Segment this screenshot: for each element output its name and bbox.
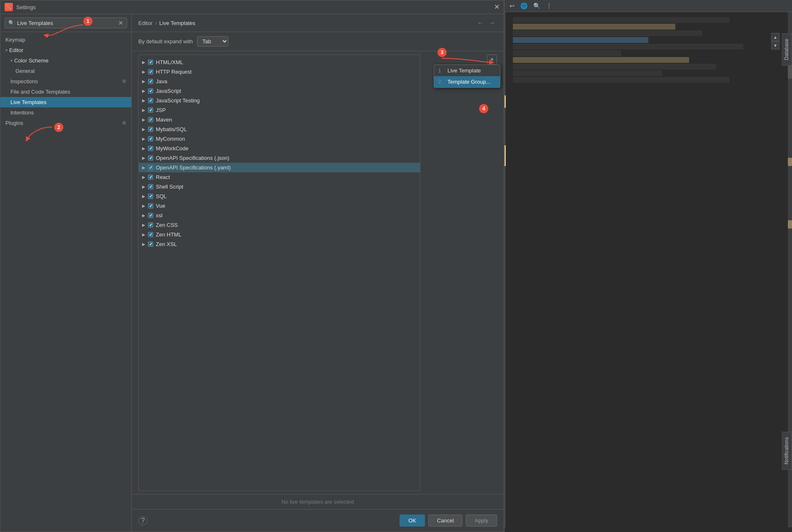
group-javascript[interactable]: ▶ JavaScript bbox=[139, 86, 420, 96]
group-shell[interactable]: ▶ Shell Script bbox=[139, 182, 420, 191]
checkbox-zen-xsl[interactable] bbox=[148, 241, 153, 247]
group-xsl[interactable]: ▶ xsl bbox=[139, 211, 420, 220]
group-name-sql: SQL bbox=[156, 193, 167, 199]
ok-button[interactable]: OK bbox=[400, 515, 425, 527]
search-input[interactable] bbox=[17, 20, 118, 26]
sidebar-item-file-code-templates[interactable]: File and Code Templates bbox=[0, 87, 131, 97]
scrollbar-highlight bbox=[788, 158, 792, 166]
sidebar: 🔍 ✕ Keymap ▾ Editor ▾ Color Scheme bbox=[0, 14, 132, 532]
group-name-http-request: HTTP Request bbox=[156, 69, 192, 75]
group-arrow: ▶ bbox=[142, 70, 145, 74]
context-menu: 1 Live Template 2 Template Group... bbox=[434, 65, 500, 88]
checkbox-vue[interactable] bbox=[148, 203, 153, 209]
add-button[interactable]: + bbox=[487, 55, 497, 65]
search-wrapper: 🔍 ✕ bbox=[5, 17, 127, 28]
group-arrow: ▶ bbox=[142, 79, 145, 84]
group-openapi-json[interactable]: ▶ OpenAPI Specifications (.json) bbox=[139, 153, 420, 163]
database-tab[interactable]: Database bbox=[782, 33, 792, 65]
checkbox-java[interactable] bbox=[148, 79, 153, 84]
scroll-up-button[interactable]: ▲ bbox=[771, 33, 780, 41]
group-maven[interactable]: ▶ Maven bbox=[139, 115, 420, 124]
checkbox-mycommon[interactable] bbox=[148, 136, 153, 142]
checkbox-xsl[interactable] bbox=[148, 213, 153, 218]
checkbox-sql[interactable] bbox=[148, 194, 153, 199]
color-scheme-arrow: ▾ bbox=[10, 58, 12, 63]
expand-select[interactable]: Tab Space Enter bbox=[197, 36, 228, 47]
group-jsp[interactable]: ▶ JSP bbox=[139, 105, 420, 115]
sidebar-item-keymap[interactable]: Keymap bbox=[0, 35, 131, 45]
translate-btn[interactable]: 🌐 bbox=[519, 2, 529, 10]
nav-arrows: ← → bbox=[475, 18, 497, 27]
checkbox-mybatis[interactable] bbox=[148, 127, 153, 132]
group-vue[interactable]: ▶ Vue bbox=[139, 201, 420, 211]
yellow-indicator bbox=[505, 95, 506, 108]
group-react[interactable]: ▶ React bbox=[139, 172, 420, 182]
sidebar-item-color-scheme[interactable]: ▾ Color Scheme bbox=[0, 55, 131, 66]
checkbox-openapi-json[interactable] bbox=[148, 155, 153, 161]
left-indicator bbox=[505, 12, 506, 527]
checkbox-shell[interactable] bbox=[148, 184, 153, 189]
cancel-button[interactable]: Cancel bbox=[428, 515, 462, 527]
sidebar-item-live-templates[interactable]: Live Templates bbox=[0, 97, 131, 107]
scroll-down-button[interactable]: ▼ bbox=[771, 41, 780, 50]
sidebar-item-general[interactable]: General bbox=[0, 66, 131, 76]
group-name-zen-css: Zen CSS bbox=[156, 222, 178, 228]
group-zen-xsl[interactable]: ▶ Zen XSL bbox=[139, 239, 420, 249]
clear-icon[interactable]: ✕ bbox=[118, 20, 123, 26]
group-zen-html[interactable]: ▶ Zen HTML bbox=[139, 230, 420, 239]
checkbox-myworkcode[interactable] bbox=[148, 146, 153, 151]
sidebar-item-intentions[interactable]: Intentions bbox=[0, 107, 131, 118]
menu-item-template-group[interactable]: 2 Template Group... bbox=[434, 76, 500, 87]
group-mybatis[interactable]: ▶ Mybatis/SQL bbox=[139, 124, 420, 134]
notifications-tab[interactable]: Notifications bbox=[782, 432, 792, 470]
group-arrow: ▶ bbox=[142, 60, 145, 65]
more-btn[interactable]: ⋮ bbox=[545, 2, 554, 10]
editor-arrow: ▾ bbox=[5, 48, 7, 52]
checkbox-javascript[interactable] bbox=[148, 88, 153, 94]
code-line bbox=[513, 50, 621, 56]
menu-item-live-template[interactable]: 1 Live Template bbox=[434, 65, 500, 76]
close-button[interactable]: ✕ bbox=[494, 4, 500, 10]
sidebar-item-inspections[interactable]: Inspections ⚙ bbox=[0, 76, 131, 87]
list-scroll-buttons: ▲ ▼ bbox=[771, 33, 780, 50]
scrollbar-highlight-2 bbox=[788, 220, 792, 229]
group-name-zen-xsl: Zen XSL bbox=[156, 241, 177, 247]
breadcrumb-current: Live Templates bbox=[159, 20, 195, 26]
search-toolbar-btn[interactable]: 🔍 bbox=[532, 2, 542, 10]
help-button[interactable]: ? bbox=[138, 516, 147, 525]
checkbox-html-xml[interactable] bbox=[148, 60, 153, 65]
content-area: 🔍 ✕ Keymap ▾ Editor ▾ Color Scheme bbox=[0, 14, 504, 532]
group-html-xml[interactable]: ▶ HTML/XML bbox=[139, 57, 420, 67]
checkbox-zen-css[interactable] bbox=[148, 222, 153, 228]
group-java[interactable]: ▶ Java bbox=[139, 77, 420, 86]
general-label: General bbox=[15, 68, 35, 74]
group-sql[interactable]: ▶ SQL bbox=[139, 191, 420, 201]
checkbox-react[interactable] bbox=[148, 174, 153, 180]
sidebar-item-editor[interactable]: ▾ Editor bbox=[0, 45, 131, 55]
group-javascript-testing[interactable]: ▶ JavaScript Testing bbox=[139, 96, 420, 105]
undo-toolbar-btn[interactable]: ↩ bbox=[508, 2, 516, 10]
group-name-mycommon: MyCommon bbox=[156, 136, 185, 142]
forward-button[interactable]: → bbox=[487, 18, 497, 27]
menu-num-1: 1 bbox=[438, 68, 444, 74]
group-myworkcode[interactable]: ▶ MyWorkCode bbox=[139, 144, 420, 153]
group-http-request[interactable]: ▶ HTTP Request bbox=[139, 67, 420, 77]
group-zen-css[interactable]: ▶ Zen CSS bbox=[139, 220, 420, 230]
apply-button[interactable]: Apply bbox=[466, 515, 497, 527]
back-button[interactable]: ← bbox=[475, 18, 485, 27]
intentions-label: Intentions bbox=[10, 109, 34, 116]
group-mycommon[interactable]: ▶ MyCommon bbox=[139, 134, 420, 144]
checkbox-jsp[interactable] bbox=[148, 107, 153, 113]
inspections-badge: ⚙ bbox=[122, 79, 126, 84]
checkbox-openapi-yaml[interactable] bbox=[148, 165, 153, 170]
checkbox-javascript-testing[interactable] bbox=[148, 98, 153, 103]
sidebar-item-plugins[interactable]: Plugins ⚙ bbox=[0, 118, 131, 128]
checkbox-http-request[interactable] bbox=[148, 69, 153, 75]
checkbox-maven[interactable] bbox=[148, 117, 153, 122]
group-name-html-xml: HTML/XML bbox=[156, 59, 183, 65]
checkbox-zen-html[interactable] bbox=[148, 232, 153, 237]
yellow-indicator-2 bbox=[505, 145, 506, 166]
plugins-badge: ⚙ bbox=[122, 120, 126, 126]
code-line bbox=[513, 17, 730, 23]
group-openapi-yaml[interactable]: ▶ OpenAPI Specifications (.yaml) bbox=[139, 163, 420, 172]
